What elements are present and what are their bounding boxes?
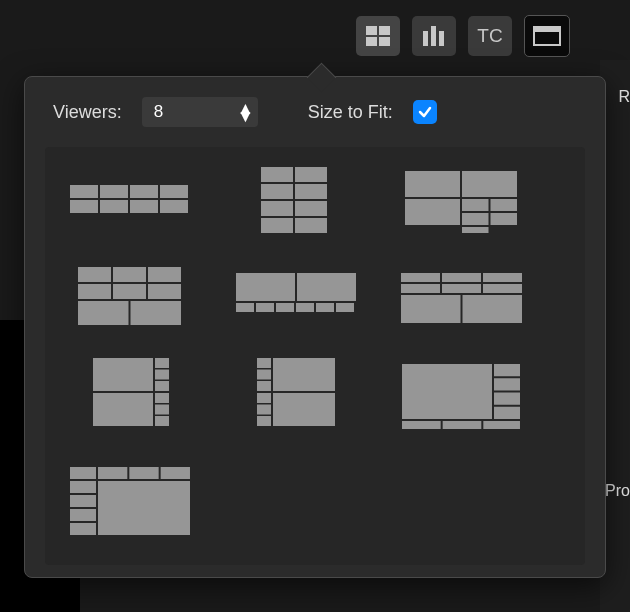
layout-stripTL-big[interactable] (65, 462, 195, 547)
svg-rect-43 (236, 303, 254, 312)
svg-rect-69 (257, 405, 271, 415)
layout-2top5bot[interactable] (65, 259, 195, 329)
layout-tracks[interactable] (397, 259, 527, 329)
svg-rect-72 (273, 393, 335, 426)
svg-rect-46 (296, 303, 314, 312)
svg-rect-52 (401, 284, 440, 293)
svg-rect-27 (405, 199, 460, 225)
svg-rect-65 (257, 358, 271, 368)
svg-rect-42 (297, 273, 356, 301)
svg-rect-35 (148, 267, 181, 282)
svg-rect-82 (98, 467, 127, 479)
stepper-arrows[interactable]: ▲▼ (237, 105, 254, 120)
svg-rect-0 (366, 26, 377, 35)
svg-rect-55 (401, 295, 461, 323)
viewer-button[interactable] (524, 15, 570, 57)
svg-rect-73 (402, 364, 492, 419)
svg-rect-29 (491, 199, 518, 211)
svg-rect-74 (494, 364, 520, 376)
layout-popover: Viewers: 8 ▲▼ Size to Fit: (24, 76, 606, 578)
svg-rect-20 (295, 184, 327, 199)
svg-rect-40 (131, 301, 182, 325)
layout-bigL-stripR[interactable] (65, 353, 195, 438)
layout-1x8[interactable] (65, 165, 195, 235)
svg-rect-48 (336, 303, 354, 312)
svg-rect-39 (78, 301, 129, 325)
layout-mid8[interactable] (231, 259, 361, 329)
svg-rect-28 (462, 199, 489, 211)
tc-icon: TC (477, 25, 502, 47)
grid-view-button[interactable] (356, 16, 400, 56)
svg-rect-21 (261, 201, 293, 216)
svg-rect-32 (462, 227, 489, 233)
svg-rect-34 (113, 267, 146, 282)
svg-rect-79 (443, 421, 482, 429)
viewer-icon (533, 26, 561, 46)
svg-rect-14 (100, 200, 128, 213)
svg-rect-4 (423, 31, 428, 46)
svg-rect-51 (483, 273, 522, 282)
svg-rect-50 (442, 273, 481, 282)
layout-4x2small[interactable] (231, 165, 361, 235)
svg-rect-86 (70, 495, 96, 507)
svg-rect-89 (98, 481, 190, 535)
svg-rect-71 (273, 358, 335, 391)
svg-rect-53 (442, 284, 481, 293)
svg-rect-47 (316, 303, 334, 312)
layout-1-2-5[interactable] (397, 165, 527, 235)
layouts-panel (45, 147, 585, 565)
svg-rect-23 (261, 218, 293, 233)
svg-rect-75 (494, 378, 520, 390)
svg-rect-37 (113, 284, 146, 299)
svg-rect-80 (483, 421, 520, 429)
svg-rect-88 (70, 523, 96, 535)
svg-rect-70 (257, 416, 271, 426)
svg-rect-44 (256, 303, 274, 312)
svg-rect-58 (155, 358, 169, 368)
svg-rect-10 (100, 185, 128, 198)
svg-rect-24 (295, 218, 327, 233)
bars-icon (421, 25, 447, 47)
bg-text: Pro (605, 482, 630, 500)
svg-rect-41 (236, 273, 295, 301)
svg-rect-85 (70, 481, 96, 493)
svg-rect-3 (379, 37, 390, 46)
svg-rect-8 (534, 27, 560, 32)
bg-text: R (618, 88, 630, 106)
layout-stripL-bigR[interactable] (231, 353, 361, 438)
svg-rect-68 (257, 393, 271, 403)
sizefit-label: Size to Fit: (308, 102, 393, 123)
svg-rect-12 (160, 185, 188, 198)
svg-rect-30 (462, 213, 489, 225)
svg-rect-19 (261, 184, 293, 199)
svg-rect-11 (130, 185, 158, 198)
svg-rect-1 (379, 26, 390, 35)
bars-view-button[interactable] (412, 16, 456, 56)
toolbar: TC (356, 14, 570, 58)
viewers-value: 8 (154, 102, 163, 122)
svg-rect-36 (78, 284, 111, 299)
svg-rect-16 (160, 200, 188, 213)
svg-rect-59 (155, 370, 169, 380)
viewers-stepper[interactable]: 8 ▲▼ (142, 97, 258, 127)
svg-rect-78 (402, 421, 441, 429)
svg-rect-31 (491, 213, 518, 225)
layout-big-stripR2[interactable] (397, 353, 527, 438)
svg-rect-64 (155, 416, 169, 426)
svg-rect-77 (494, 407, 520, 419)
svg-rect-81 (70, 467, 96, 479)
svg-rect-54 (483, 284, 522, 293)
svg-rect-67 (257, 381, 271, 391)
svg-rect-13 (70, 200, 98, 213)
tc-button[interactable]: TC (468, 16, 512, 56)
svg-rect-83 (129, 467, 158, 479)
svg-rect-5 (431, 26, 436, 46)
svg-rect-2 (366, 37, 377, 46)
svg-rect-45 (276, 303, 294, 312)
sizefit-checkbox[interactable] (413, 100, 437, 124)
svg-rect-25 (405, 171, 460, 197)
svg-rect-15 (130, 200, 158, 213)
layouts-grid (65, 165, 565, 547)
svg-rect-66 (257, 370, 271, 380)
svg-rect-17 (261, 167, 293, 182)
